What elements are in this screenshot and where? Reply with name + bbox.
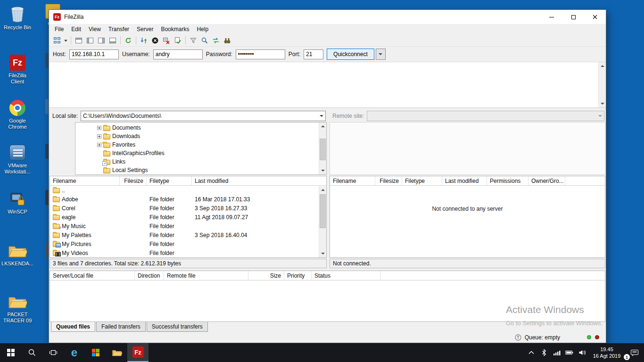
file-row[interactable]: .. [50,186,326,195]
bluetooth-button[interactable] [537,343,550,362]
maximize-button[interactable] [562,10,584,24]
quickconnect-button[interactable]: Quickconnect [327,49,374,60]
refresh-button[interactable] [123,35,134,46]
site-manager-button[interactable] [51,35,63,46]
menu-help[interactable]: Help [193,25,212,34]
scroll-thumb[interactable] [320,139,326,160]
sync-browsing-button[interactable] [210,35,222,46]
scroll-down-icon[interactable] [599,100,606,107]
start-button[interactable] [0,343,21,362]
desktop-icon-vmware[interactable]: VMware Workstati... [0,145,35,175]
scroll-up-icon[interactable] [319,123,326,130]
process-queue-button[interactable] [138,35,149,46]
task-view-button[interactable] [42,343,64,362]
compare-button[interactable] [199,35,210,46]
scroll-down-icon[interactable] [319,167,326,174]
reconnect-button[interactable] [172,35,183,46]
menu-server[interactable]: Server [133,25,157,34]
toggle-queue-button[interactable] [107,35,118,46]
window-titlebar[interactable]: FileZilla [49,10,606,24]
volume-button[interactable] [576,343,588,362]
menu-view[interactable]: View [85,25,105,34]
tray-expand-button[interactable] [525,343,537,362]
battery-button[interactable] [563,343,576,362]
column-header-permissions[interactable]: Permissions [487,176,528,185]
tree-scrollbar[interactable] [319,123,326,174]
cancel-button[interactable] [149,35,161,46]
column-header-filesize[interactable]: Filesize [375,176,402,185]
clock[interactable]: 19.45 16 Agt 2019 [588,343,625,362]
list-scrollbar[interactable] [319,186,326,257]
close-button[interactable] [584,10,606,24]
search-button[interactable] [21,343,42,362]
microsoft-apps-button[interactable] [85,343,106,362]
tree-item-links[interactable]: Links [75,157,326,166]
tab-successful-transfers[interactable]: Successful transfers [147,322,208,332]
column-header-last-modified[interactable]: Last modified [442,176,487,185]
local-file-list[interactable]: Filename Filesize Filetype Last modified… [50,176,327,258]
tab-failed-transfers[interactable]: Failed transfers [96,322,146,332]
column-header-filename[interactable]: Filename [330,176,375,185]
edge-button[interactable] [64,343,85,362]
password-input[interactable] [236,49,285,59]
column-header-size[interactable]: Size [248,271,284,280]
desktop-icon-packet-tracer[interactable]: PACKET TRACER 09 [0,295,35,324]
menu-transfer[interactable]: Transfer [105,25,133,34]
scroll-thumb[interactable] [320,194,326,228]
tree-item-documents[interactable]: Documents [75,123,326,132]
menu-edit[interactable]: Edit [67,25,85,34]
file-row[interactable]: My Music File folder [50,222,326,230]
file-row[interactable]: Adobe File folder 16 Mar 2018 17.01.33 [50,195,326,204]
column-header-direction[interactable]: Direction [135,271,164,280]
column-header-priority[interactable]: Priority [284,271,312,280]
port-input[interactable] [304,49,323,59]
log-scrollbar[interactable] [598,62,606,107]
file-row[interactable]: My Videos File folder [50,248,326,257]
scroll-up-icon[interactable] [599,62,606,70]
column-header-owner-group[interactable]: Owner/Gro... [528,176,565,185]
username-input[interactable] [153,49,203,59]
file-row[interactable]: Corel File folder 3 Sep 2018 16.27.33 [50,204,326,213]
host-input[interactable] [69,49,119,59]
menu-bookmarks[interactable]: Bookmarks [157,25,193,34]
expand-icon[interactable] [97,143,101,147]
scroll-down-icon[interactable] [319,250,326,257]
file-row[interactable]: My Palettes File folder 3 Sep 2018 16.40… [50,230,326,239]
filezilla-taskbar-button[interactable] [127,343,149,362]
desktop-icon-winscp[interactable]: WinSCP [0,191,35,215]
quickconnect-dropdown[interactable] [376,49,386,60]
menu-file[interactable]: File [51,25,67,34]
site-manager-dropdown[interactable] [63,35,69,46]
filter-button[interactable] [188,35,199,46]
local-directory-tree[interactable]: Documents Downloads Favorites [75,122,327,175]
tree-item-local-settings[interactable]: Local Settings [75,166,326,174]
column-header-last-modified[interactable]: Last modified [192,176,326,185]
expand-icon[interactable] [97,134,101,139]
tree-item-favorites[interactable]: Favorites [75,140,326,149]
desktop-icon-chrome[interactable]: Google Chrome [0,100,35,131]
message-log[interactable] [49,62,606,108]
combo-arrow[interactable] [317,111,325,121]
tree-item-intelgraphicsprofiles[interactable]: IntelGraphicsProfiles [75,149,326,157]
toggle-local-tree-button[interactable] [84,35,96,46]
column-header-server-local-file[interactable]: Server/Local file [50,271,135,280]
toggle-log-button[interactable] [73,35,84,46]
file-row[interactable]: My Pictures File folder [50,239,326,248]
scroll-up-icon[interactable] [319,186,326,194]
file-row[interactable]: eagle File folder 11 Agt 2018 09.07.27 [50,213,326,222]
minimize-button[interactable] [541,10,562,24]
network-button[interactable] [550,343,563,362]
tree-item-downloads[interactable]: Downloads [75,132,326,140]
desktop-icon-lkskenda[interactable]: LKSKENDA... [0,244,35,267]
disconnect-button[interactable] [161,35,172,46]
column-header-filetype[interactable]: Filetype [147,176,192,185]
column-header-status[interactable]: Status [312,271,380,280]
file-explorer-button[interactable] [106,343,127,362]
column-header-filename[interactable]: Filename [50,176,120,185]
toggle-remote-tree-button[interactable] [96,35,107,46]
tab-queued-files[interactable]: Queued files [51,322,95,332]
find-files-button[interactable] [222,35,233,46]
queue-body[interactable] [50,280,605,321]
column-header-filesize[interactable]: Filesize [120,176,147,185]
desktop-icon-filezilla[interactable]: FileZilla Client [0,55,35,85]
